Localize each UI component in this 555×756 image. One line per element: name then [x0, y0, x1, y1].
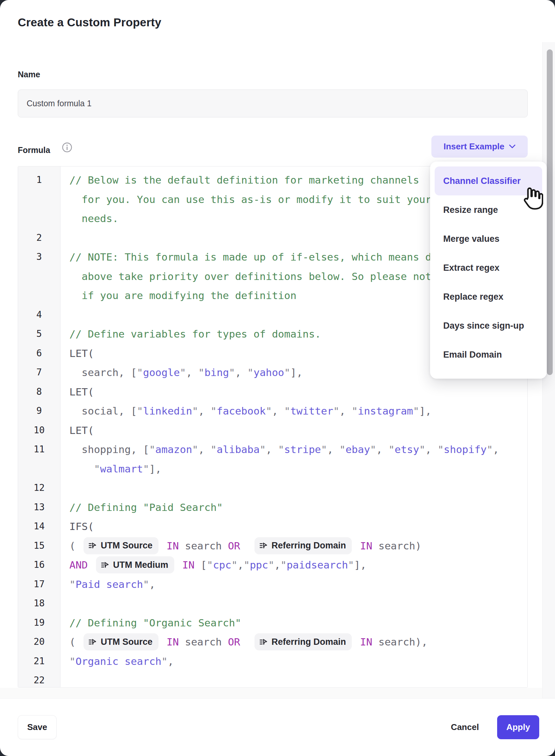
- menu-item-replace-regex[interactable]: Replace regex: [435, 282, 542, 311]
- code-token: ,: [238, 559, 244, 571]
- code-segment: // Defining "Organic Search": [69, 613, 527, 633]
- code-token: IN: [360, 540, 372, 552]
- code-token: ebay: [346, 443, 370, 455]
- field-token-icon: [259, 638, 268, 646]
- code-token: ],: [149, 463, 162, 475]
- code-token: ": [192, 405, 198, 417]
- code-token: bing: [205, 366, 229, 378]
- code-token: ": [348, 559, 354, 571]
- menu-item-extract-regex[interactable]: Extract regex: [435, 253, 542, 282]
- menu-item-resize-range[interactable]: Resize range: [435, 195, 542, 224]
- code-cell: ( UTM Source IN search OR Referring Doma…: [60, 632, 527, 652]
- code-token: stripe: [284, 443, 321, 455]
- code-token: ": [413, 405, 419, 417]
- code-cell: // Defining "Paid Search": [60, 498, 527, 517]
- field-token-pill[interactable]: Referring Domain: [254, 537, 352, 554]
- code-token: [240, 636, 253, 648]
- field-token-icon: [88, 638, 97, 646]
- code-cell: social, ["linkedin", "facebook", "twitte…: [60, 401, 527, 421]
- field-token-label: Referring Domain: [271, 541, 346, 551]
- name-label: Name: [18, 70, 40, 79]
- code-token: ": [321, 443, 327, 455]
- code-token: ,: [376, 443, 388, 455]
- code-token: ": [192, 443, 198, 455]
- menu-item-merge-values[interactable]: Merge values: [435, 224, 542, 253]
- code-token: IN: [167, 540, 179, 552]
- code-segment: "Paid search",: [69, 575, 527, 594]
- code-cell: shopping, ["amazon", "alibaba", "stripe"…: [60, 440, 527, 478]
- menu-item-email-domain[interactable]: Email Domain: [435, 340, 542, 369]
- code-token: // Defining "Organic Search": [69, 617, 241, 629]
- code-segment: [69, 671, 527, 687]
- code-token: search: [179, 540, 228, 552]
- code-token: ": [389, 443, 395, 455]
- code-token: facebook: [217, 405, 266, 417]
- line-number: 14: [18, 517, 60, 536]
- field-token-icon: [259, 541, 268, 550]
- apply-button[interactable]: Apply: [497, 715, 539, 739]
- code-token: ": [260, 443, 266, 455]
- code-token: ": [284, 405, 290, 417]
- code-segment: social, ["linkedin", "facebook", "twitte…: [69, 401, 527, 421]
- field-token-pill[interactable]: UTM Source: [84, 537, 159, 554]
- code-cell: // Defining "Organic Search": [60, 613, 527, 633]
- line-number: 12: [18, 478, 60, 498]
- code-token: yahoo: [254, 366, 284, 378]
- code-token: IN: [360, 636, 372, 648]
- field-token-icon: [100, 561, 110, 569]
- code-token: ": [268, 559, 274, 571]
- line-number: 8: [18, 382, 60, 402]
- code-segment: LET(: [69, 382, 527, 402]
- code-token: ],: [419, 405, 431, 417]
- code-segment: IFS(: [69, 517, 527, 536]
- code-token: ": [266, 405, 272, 417]
- code-token: AND: [69, 559, 88, 571]
- code-token: [354, 540, 360, 552]
- line-number: 18: [18, 594, 60, 613]
- field-token-pill[interactable]: UTM Medium: [96, 556, 174, 573]
- name-input[interactable]: Custom formula 1: [18, 89, 528, 117]
- code-line: 15( UTM Source IN search OR Referring Do…: [18, 536, 527, 556]
- code-token: ": [281, 559, 287, 571]
- code-token: ,: [149, 579, 156, 590]
- field-token-pill[interactable]: UTM Source: [84, 633, 159, 650]
- info-icon[interactable]: [62, 142, 72, 153]
- code-token: [88, 559, 94, 571]
- code-line: 8LET(: [18, 382, 527, 402]
- code-token: ": [94, 463, 100, 475]
- menu-item-days-since-sign-up[interactable]: Days since sign-up: [435, 311, 542, 340]
- line-number: 15: [18, 536, 60, 556]
- code-token: ppc: [250, 559, 268, 571]
- field-token-pill[interactable]: Referring Domain: [254, 633, 352, 650]
- cancel-button[interactable]: Cancel: [443, 715, 486, 739]
- code-cell: ( UTM Source IN search OR Referring Doma…: [60, 536, 527, 556]
- dialog-title: Create a Custom Property: [18, 16, 162, 29]
- code-token: ,: [272, 405, 284, 417]
- line-number: 7: [18, 363, 60, 382]
- scrollbar-thumb[interactable]: [547, 49, 553, 375]
- code-token: ": [486, 443, 493, 455]
- save-button[interactable]: Save: [18, 715, 56, 739]
- code-cell: "Organic search",: [60, 652, 527, 671]
- code-token: ": [149, 443, 156, 455]
- menu-item-channel-classifier[interactable]: Channel Classifier: [435, 166, 542, 195]
- code-token: ": [143, 579, 149, 590]
- code-line: 20( UTM Source IN search OR Referring Do…: [18, 632, 527, 652]
- code-token: [161, 540, 167, 552]
- code-token: ": [229, 366, 235, 378]
- field-token-label: Referring Domain: [271, 637, 346, 647]
- line-number: 13: [18, 498, 60, 517]
- insert-example-button[interactable]: Insert Example: [431, 135, 528, 158]
- code-token: needs.: [69, 212, 118, 224]
- code-token: ": [419, 443, 425, 455]
- code-token: ": [247, 366, 254, 378]
- code-segment: "walmart"],: [69, 459, 527, 479]
- code-line: 10LET(: [18, 421, 527, 440]
- code-token: search): [372, 540, 421, 552]
- field-token-icon: [88, 541, 97, 550]
- code-segment: AND UTM Medium IN ["cpc","ppc","paidsear…: [69, 555, 527, 575]
- code-token: [: [195, 559, 207, 571]
- code-cell: [60, 478, 527, 498]
- code-token: shopping, [: [69, 443, 149, 455]
- code-token: // Below is the default definition for m…: [69, 174, 419, 186]
